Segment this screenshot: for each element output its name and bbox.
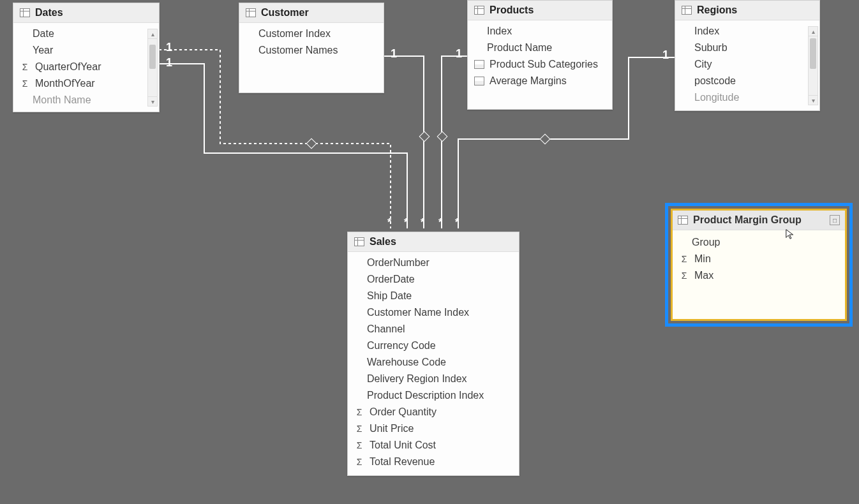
- cardinality-many: *: [404, 217, 408, 228]
- field-row[interactable]: Ship Date: [348, 288, 519, 304]
- cardinality-one: 1: [391, 47, 397, 61]
- cardinality-many: *: [438, 217, 442, 228]
- field-row[interactable]: Currency Code: [348, 337, 519, 354]
- table-icon: [246, 8, 256, 17]
- table-customer[interactable]: Customer Customer Index Customer Names: [239, 3, 384, 93]
- field-row[interactable]: Average Margins: [468, 73, 612, 89]
- cardinality-one: 1: [166, 56, 172, 70]
- field-row[interactable]: Delivery Region Index: [348, 371, 519, 387]
- field-row[interactable]: ΣMax: [673, 267, 845, 284]
- field-row[interactable]: Warehouse Code: [348, 354, 519, 371]
- sigma-icon: Σ: [354, 440, 364, 450]
- cardinality-many: *: [387, 217, 391, 228]
- sigma-icon: Σ: [354, 407, 364, 417]
- scrollbar[interactable]: ▴ ▾: [808, 26, 818, 105]
- hierarchy-icon: [474, 77, 484, 85]
- field-row[interactable]: Product Name: [468, 40, 612, 56]
- table-sales[interactable]: Sales OrderNumber OrderDate Ship Date Cu…: [347, 232, 519, 476]
- table-icon: [474, 6, 484, 15]
- field-row[interactable]: Group: [673, 234, 845, 251]
- table-title: Product Margin Group: [693, 214, 802, 226]
- field-row[interactable]: ΣMin: [673, 251, 845, 267]
- field-row[interactable]: ΣOrder Quantity: [348, 404, 519, 420]
- field-row[interactable]: Customer Name Index: [348, 304, 519, 321]
- field-row[interactable]: postcode: [675, 73, 819, 89]
- field-row[interactable]: ΣQuarterOfYear: [13, 59, 159, 75]
- field-row[interactable]: Year: [13, 42, 159, 59]
- cardinality-one: 1: [662, 48, 669, 62]
- field-row[interactable]: ΣMonthOfYear: [13, 75, 159, 92]
- field-row[interactable]: ΣTotal Unit Cost: [348, 437, 519, 454]
- field-row[interactable]: Channel: [348, 321, 519, 337]
- table-dates[interactable]: Dates Date Year ΣQuarterOfYear ΣMonthOfY…: [13, 3, 160, 112]
- relationship-filter-node: [437, 131, 448, 142]
- table-icon: [678, 216, 688, 225]
- sigma-icon: Σ: [679, 254, 689, 264]
- sigma-icon: Σ: [679, 271, 689, 281]
- field-row[interactable]: ΣTotal Revenue: [348, 454, 519, 470]
- scroll-up[interactable]: ▴: [148, 29, 157, 39]
- table-icon: [354, 237, 364, 246]
- scroll-thumb[interactable]: [149, 45, 156, 69]
- scroll-up[interactable]: ▴: [809, 27, 818, 36]
- expand-button[interactable]: □: [830, 215, 840, 225]
- cardinality-many: *: [421, 217, 424, 228]
- field-row[interactable]: Customer Names: [239, 42, 384, 59]
- field-row[interactable]: Longitude: [675, 89, 819, 106]
- table-title: Dates: [35, 7, 63, 19]
- sigma-icon: Σ: [20, 78, 30, 89]
- cardinality-one: 1: [456, 47, 462, 61]
- table-title: Regions: [697, 4, 737, 16]
- hierarchy-icon: [474, 60, 484, 69]
- field-row[interactable]: OrderDate: [348, 271, 519, 288]
- relationship-filter-node: [540, 134, 551, 145]
- scroll-down[interactable]: ▾: [809, 95, 818, 105]
- table-icon: [682, 6, 692, 15]
- table-title: Customer: [261, 7, 309, 19]
- field-row[interactable]: Index: [675, 23, 819, 40]
- table-icon: [20, 8, 30, 17]
- field-row[interactable]: Suburb: [675, 40, 819, 56]
- cardinality-one: 1: [166, 41, 172, 54]
- field-row[interactable]: Product Description Index: [348, 387, 519, 404]
- table-products[interactable]: Products Index Product Name Product Sub …: [467, 0, 613, 110]
- field-row[interactable]: Product Sub Categories: [468, 56, 612, 73]
- field-row[interactable]: Month Name: [13, 92, 159, 108]
- field-row[interactable]: Date: [13, 26, 159, 42]
- relationship-filter-node: [419, 131, 430, 142]
- field-row[interactable]: Customer Index: [239, 26, 384, 42]
- table-regions[interactable]: Regions Index Suburb City postcode Longi…: [675, 0, 820, 111]
- scrollbar[interactable]: ▴ ▾: [147, 29, 158, 107]
- sigma-icon: Σ: [20, 62, 30, 72]
- scroll-down[interactable]: ▾: [148, 96, 157, 106]
- sigma-icon: Σ: [354, 457, 364, 467]
- scroll-thumb[interactable]: [810, 38, 816, 69]
- table-product-margin-group-selected[interactable]: Product Margin Group □ Group ΣMin ΣMax: [665, 203, 853, 327]
- field-row[interactable]: Index: [468, 23, 612, 40]
- table-title: Sales: [370, 236, 396, 248]
- cardinality-many: *: [455, 217, 459, 228]
- sigma-icon: Σ: [354, 424, 364, 434]
- model-canvas[interactable]: 1 1 1 1 1 * * * * * Dates Date Year ΣQua…: [0, 0, 859, 504]
- field-row[interactable]: City: [675, 56, 819, 73]
- field-row[interactable]: ΣUnit Price: [348, 420, 519, 437]
- table-title: Products: [489, 4, 534, 16]
- relationship-filter-node: [306, 138, 317, 149]
- field-row[interactable]: OrderNumber: [348, 255, 519, 271]
